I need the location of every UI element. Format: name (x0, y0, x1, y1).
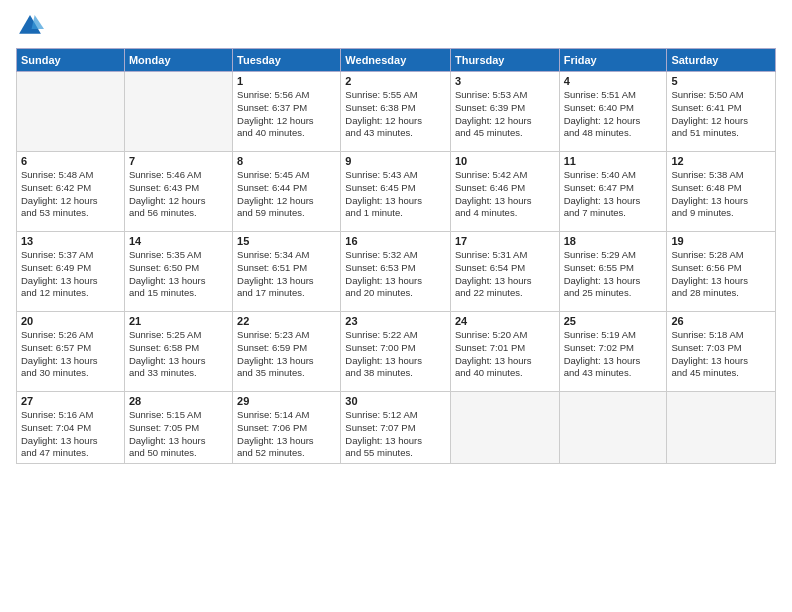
day-number: 18 (564, 235, 663, 247)
day-number: 30 (345, 395, 446, 407)
day-detail: Sunrise: 5:45 AM Sunset: 6:44 PM Dayligh… (237, 169, 336, 220)
logo (16, 12, 48, 40)
day-detail: Sunrise: 5:42 AM Sunset: 6:46 PM Dayligh… (455, 169, 555, 220)
day-number: 27 (21, 395, 120, 407)
day-number: 11 (564, 155, 663, 167)
calendar-cell: 13Sunrise: 5:37 AM Sunset: 6:49 PM Dayli… (17, 232, 125, 312)
weekday-header-saturday: Saturday (667, 49, 776, 72)
day-detail: Sunrise: 5:55 AM Sunset: 6:38 PM Dayligh… (345, 89, 446, 140)
calendar-cell: 24Sunrise: 5:20 AM Sunset: 7:01 PM Dayli… (450, 312, 559, 392)
weekday-header-sunday: Sunday (17, 49, 125, 72)
day-number: 14 (129, 235, 228, 247)
day-detail: Sunrise: 5:56 AM Sunset: 6:37 PM Dayligh… (237, 89, 336, 140)
day-number: 17 (455, 235, 555, 247)
day-number: 2 (345, 75, 446, 87)
calendar-cell: 9Sunrise: 5:43 AM Sunset: 6:45 PM Daylig… (341, 152, 451, 232)
calendar-table: SundayMondayTuesdayWednesdayThursdayFrid… (16, 48, 776, 464)
calendar-cell: 1Sunrise: 5:56 AM Sunset: 6:37 PM Daylig… (233, 72, 341, 152)
calendar-cell: 14Sunrise: 5:35 AM Sunset: 6:50 PM Dayli… (124, 232, 232, 312)
calendar-cell: 21Sunrise: 5:25 AM Sunset: 6:58 PM Dayli… (124, 312, 232, 392)
calendar-cell: 12Sunrise: 5:38 AM Sunset: 6:48 PM Dayli… (667, 152, 776, 232)
calendar-cell (17, 72, 125, 152)
day-number: 15 (237, 235, 336, 247)
day-detail: Sunrise: 5:26 AM Sunset: 6:57 PM Dayligh… (21, 329, 120, 380)
day-number: 4 (564, 75, 663, 87)
day-detail: Sunrise: 5:40 AM Sunset: 6:47 PM Dayligh… (564, 169, 663, 220)
day-number: 7 (129, 155, 228, 167)
calendar-cell: 4Sunrise: 5:51 AM Sunset: 6:40 PM Daylig… (559, 72, 667, 152)
day-number: 8 (237, 155, 336, 167)
calendar-cell: 8Sunrise: 5:45 AM Sunset: 6:44 PM Daylig… (233, 152, 341, 232)
calendar-cell: 11Sunrise: 5:40 AM Sunset: 6:47 PM Dayli… (559, 152, 667, 232)
calendar-cell: 20Sunrise: 5:26 AM Sunset: 6:57 PM Dayli… (17, 312, 125, 392)
calendar-cell: 25Sunrise: 5:19 AM Sunset: 7:02 PM Dayli… (559, 312, 667, 392)
day-detail: Sunrise: 5:16 AM Sunset: 7:04 PM Dayligh… (21, 409, 120, 460)
day-number: 19 (671, 235, 771, 247)
weekday-header-wednesday: Wednesday (341, 49, 451, 72)
calendar-cell: 30Sunrise: 5:12 AM Sunset: 7:07 PM Dayli… (341, 392, 451, 464)
calendar-cell: 27Sunrise: 5:16 AM Sunset: 7:04 PM Dayli… (17, 392, 125, 464)
day-number: 25 (564, 315, 663, 327)
day-number: 28 (129, 395, 228, 407)
calendar-cell (450, 392, 559, 464)
weekday-header-thursday: Thursday (450, 49, 559, 72)
calendar-cell (124, 72, 232, 152)
calendar-cell: 29Sunrise: 5:14 AM Sunset: 7:06 PM Dayli… (233, 392, 341, 464)
day-detail: Sunrise: 5:29 AM Sunset: 6:55 PM Dayligh… (564, 249, 663, 300)
calendar-cell: 16Sunrise: 5:32 AM Sunset: 6:53 PM Dayli… (341, 232, 451, 312)
day-detail: Sunrise: 5:14 AM Sunset: 7:06 PM Dayligh… (237, 409, 336, 460)
day-number: 24 (455, 315, 555, 327)
week-row-2: 6Sunrise: 5:48 AM Sunset: 6:42 PM Daylig… (17, 152, 776, 232)
weekday-header-friday: Friday (559, 49, 667, 72)
day-number: 13 (21, 235, 120, 247)
calendar-cell: 7Sunrise: 5:46 AM Sunset: 6:43 PM Daylig… (124, 152, 232, 232)
day-detail: Sunrise: 5:19 AM Sunset: 7:02 PM Dayligh… (564, 329, 663, 380)
weekday-header-tuesday: Tuesday (233, 49, 341, 72)
day-detail: Sunrise: 5:46 AM Sunset: 6:43 PM Dayligh… (129, 169, 228, 220)
calendar-cell: 18Sunrise: 5:29 AM Sunset: 6:55 PM Dayli… (559, 232, 667, 312)
day-detail: Sunrise: 5:32 AM Sunset: 6:53 PM Dayligh… (345, 249, 446, 300)
day-detail: Sunrise: 5:25 AM Sunset: 6:58 PM Dayligh… (129, 329, 228, 380)
day-detail: Sunrise: 5:20 AM Sunset: 7:01 PM Dayligh… (455, 329, 555, 380)
calendar-cell (559, 392, 667, 464)
week-row-4: 20Sunrise: 5:26 AM Sunset: 6:57 PM Dayli… (17, 312, 776, 392)
day-number: 10 (455, 155, 555, 167)
calendar-cell: 26Sunrise: 5:18 AM Sunset: 7:03 PM Dayli… (667, 312, 776, 392)
header (16, 12, 776, 40)
calendar-cell: 22Sunrise: 5:23 AM Sunset: 6:59 PM Dayli… (233, 312, 341, 392)
day-number: 21 (129, 315, 228, 327)
calendar-cell: 10Sunrise: 5:42 AM Sunset: 6:46 PM Dayli… (450, 152, 559, 232)
day-detail: Sunrise: 5:37 AM Sunset: 6:49 PM Dayligh… (21, 249, 120, 300)
svg-marker-1 (32, 15, 44, 29)
day-detail: Sunrise: 5:34 AM Sunset: 6:51 PM Dayligh… (237, 249, 336, 300)
day-number: 6 (21, 155, 120, 167)
week-row-1: 1Sunrise: 5:56 AM Sunset: 6:37 PM Daylig… (17, 72, 776, 152)
day-number: 5 (671, 75, 771, 87)
day-number: 9 (345, 155, 446, 167)
day-number: 29 (237, 395, 336, 407)
calendar-cell: 6Sunrise: 5:48 AM Sunset: 6:42 PM Daylig… (17, 152, 125, 232)
calendar-cell: 19Sunrise: 5:28 AM Sunset: 6:56 PM Dayli… (667, 232, 776, 312)
day-detail: Sunrise: 5:35 AM Sunset: 6:50 PM Dayligh… (129, 249, 228, 300)
day-detail: Sunrise: 5:12 AM Sunset: 7:07 PM Dayligh… (345, 409, 446, 460)
calendar-cell: 2Sunrise: 5:55 AM Sunset: 6:38 PM Daylig… (341, 72, 451, 152)
day-number: 22 (237, 315, 336, 327)
day-detail: Sunrise: 5:23 AM Sunset: 6:59 PM Dayligh… (237, 329, 336, 380)
day-number: 3 (455, 75, 555, 87)
calendar-cell (667, 392, 776, 464)
day-detail: Sunrise: 5:53 AM Sunset: 6:39 PM Dayligh… (455, 89, 555, 140)
day-detail: Sunrise: 5:48 AM Sunset: 6:42 PM Dayligh… (21, 169, 120, 220)
calendar-cell: 23Sunrise: 5:22 AM Sunset: 7:00 PM Dayli… (341, 312, 451, 392)
calendar-cell: 3Sunrise: 5:53 AM Sunset: 6:39 PM Daylig… (450, 72, 559, 152)
weekday-header-row: SundayMondayTuesdayWednesdayThursdayFrid… (17, 49, 776, 72)
calendar-cell: 17Sunrise: 5:31 AM Sunset: 6:54 PM Dayli… (450, 232, 559, 312)
week-row-5: 27Sunrise: 5:16 AM Sunset: 7:04 PM Dayli… (17, 392, 776, 464)
calendar-cell: 5Sunrise: 5:50 AM Sunset: 6:41 PM Daylig… (667, 72, 776, 152)
day-number: 16 (345, 235, 446, 247)
day-number: 26 (671, 315, 771, 327)
day-detail: Sunrise: 5:51 AM Sunset: 6:40 PM Dayligh… (564, 89, 663, 140)
day-number: 12 (671, 155, 771, 167)
day-detail: Sunrise: 5:15 AM Sunset: 7:05 PM Dayligh… (129, 409, 228, 460)
calendar-cell: 28Sunrise: 5:15 AM Sunset: 7:05 PM Dayli… (124, 392, 232, 464)
page: SundayMondayTuesdayWednesdayThursdayFrid… (0, 0, 792, 612)
